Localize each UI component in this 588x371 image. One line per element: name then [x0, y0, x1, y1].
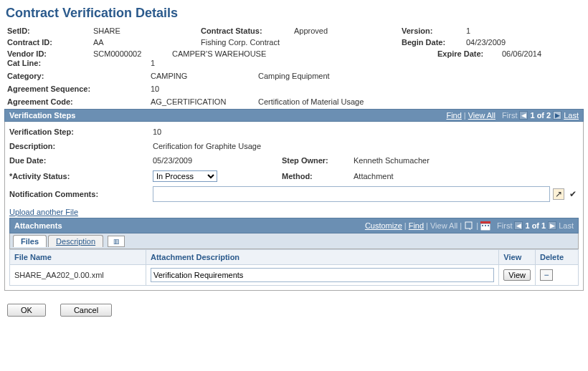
contract-id-value: AA — [93, 38, 201, 47]
col-view[interactable]: View — [499, 250, 536, 265]
setid-value: SHARE — [93, 26, 201, 35]
method-label: Method: — [282, 172, 354, 180]
zoom-icon[interactable] — [464, 220, 474, 231]
footer-buttons: OK Cancel — [4, 304, 584, 317]
spellcheck-icon[interactable]: ✔ — [567, 188, 579, 200]
expire-date-label: Expire Date: — [437, 49, 502, 58]
upload-file-link[interactable]: Upload another File — [9, 208, 78, 216]
attachments-bar: Attachments Customize | Find | View All … — [9, 218, 579, 233]
prev-arrow-icon: ◀ — [519, 111, 528, 120]
last-link[interactable]: Last — [564, 111, 579, 120]
download-icon[interactable] — [480, 221, 490, 231]
setid-label: SetID: — [7, 26, 93, 35]
verification-steps-nav: Find | View All First ◀ 1 of 2 ▶ Last — [446, 111, 579, 120]
agreement-code-label: Agreement Code: — [7, 97, 151, 106]
col-delete[interactable]: Delete — [536, 250, 579, 265]
svg-rect-1 — [480, 223, 490, 231]
step-owner-value: Kenneth Schumacher — [354, 156, 497, 165]
tab-description[interactable]: Description — [48, 235, 103, 247]
attach-find-link[interactable]: Find — [409, 221, 424, 230]
agreement-seq-label: Agreement Sequence: — [7, 85, 151, 93]
next-arrow-icon[interactable]: ▶ — [553, 111, 561, 120]
description-cell — [146, 265, 499, 286]
attach-last-link: Last — [559, 221, 574, 230]
verification-steps-bar: Verification Steps Find | View All First… — [4, 109, 584, 122]
begin-date-value: 04/23/2009 — [466, 38, 538, 47]
header-row-vendor: Vendor ID: SCM0000002 CAMPER'S WAREHOUSE… — [4, 49, 584, 58]
expand-icon[interactable]: ↗ — [553, 188, 564, 200]
delete-cell: − — [536, 265, 579, 286]
cat-line-label: Cat Line: — [7, 59, 151, 67]
due-date-value: 05/23/2009 — [153, 156, 282, 165]
category-value: CAMPING — [151, 72, 258, 80]
method-value: Attachment — [354, 172, 497, 180]
view-button[interactable]: View — [503, 269, 531, 281]
attachments-table: File Name Attachment Description View De… — [9, 249, 579, 286]
header-row-category: Category: CAMPING Camping Equipment — [4, 72, 584, 80]
step-value: 10 — [153, 127, 282, 136]
table-header-row: File Name Attachment Description View De… — [10, 250, 579, 265]
svg-rect-4 — [485, 225, 486, 226]
table-row: SHARE_AA202_0.00.xml View − — [10, 265, 579, 286]
col-attachment-description[interactable]: Attachment Description — [146, 250, 499, 265]
nav-sep: | — [464, 111, 466, 120]
attachments-tabs: Files Description ▥ — [9, 233, 579, 249]
find-link[interactable]: Find — [446, 111, 461, 120]
vendor-name-value: CAMPER'S WAREHOUSE — [172, 49, 437, 58]
step-label: Verification Step: — [9, 127, 153, 136]
view-all-link[interactable]: View All — [468, 111, 495, 120]
show-all-tabs-icon[interactable]: ▥ — [108, 236, 125, 247]
contract-name-value: Fishing Corp. Contract — [201, 38, 402, 47]
svg-rect-5 — [488, 225, 489, 226]
begin-date-label: Begin Date: — [402, 38, 466, 47]
notification-label: Notification Comments: — [9, 190, 150, 198]
step-description-label: Description: — [9, 142, 153, 150]
header-row-agreement-code: Agreement Code: AG_CERTIFICATION Certifi… — [4, 97, 584, 106]
expire-date-value: 06/06/2014 — [502, 49, 574, 58]
header-row-catline: Cat Line: 1 — [4, 59, 584, 67]
view-cell: View — [499, 265, 536, 286]
tab-files[interactable]: Files — [13, 235, 47, 247]
contract-status-label: Contract Status: — [201, 26, 294, 35]
cancel-button[interactable]: Cancel — [60, 304, 112, 317]
customize-link[interactable]: Customize — [365, 221, 402, 230]
ok-button[interactable]: OK — [7, 304, 46, 317]
agreement-code-desc-value: Certification of Material Usage — [258, 97, 445, 106]
activity-status-label: *Activity Status: — [9, 172, 153, 180]
category-desc-value: Camping Equipment — [258, 72, 445, 80]
vendor-id-label: Vendor ID: — [7, 49, 93, 58]
attachments-title: Attachments — [14, 221, 62, 230]
activity-status-select[interactable]: In Process — [153, 170, 217, 182]
attach-first-link: First — [497, 221, 512, 230]
attach-prev-arrow-icon: ◀ — [514, 221, 523, 230]
delete-button[interactable]: − — [540, 269, 553, 281]
step-owner-label: Step Owner: — [282, 156, 354, 165]
first-link: First — [502, 111, 517, 120]
header-row-1: SetID: SHARE Contract Status: Approved V… — [4, 26, 584, 35]
contract-status-value: Approved — [294, 26, 402, 35]
verification-steps-body: Verification Step: 10 Description: Cerif… — [4, 122, 584, 291]
col-file-name[interactable]: File Name — [10, 250, 146, 265]
attachment-description-input[interactable] — [151, 268, 494, 282]
category-label: Category: — [7, 72, 151, 80]
attach-nav-counter: 1 of 1 — [525, 221, 546, 230]
svg-rect-0 — [465, 222, 472, 228]
header-row-2: Contract ID: AA Fishing Corp. Contract B… — [4, 38, 584, 47]
svg-rect-2 — [480, 221, 490, 223]
agreement-code-value: AG_CERTIFICATION — [151, 97, 258, 106]
due-date-label: Due Date: — [9, 156, 153, 165]
contract-id-label: Contract ID: — [7, 38, 93, 47]
file-name-cell: SHARE_AA202_0.00.xml — [10, 265, 146, 286]
vendor-id-value: SCM0000002 — [93, 49, 172, 58]
page-title: Contract Verification Details — [6, 6, 584, 21]
svg-rect-3 — [482, 225, 483, 226]
version-value: 1 — [466, 26, 538, 35]
agreement-seq-value: 10 — [151, 85, 437, 93]
attach-view-all-link: View All — [430, 221, 457, 230]
attachments-nav: Customize | Find | View All | | First ◀ … — [365, 220, 574, 231]
notification-input[interactable] — [153, 186, 550, 202]
version-label: Version: — [402, 26, 466, 35]
notification-row: Notification Comments: ↗ ✔ — [9, 186, 579, 202]
activity-status-cell: In Process — [153, 170, 282, 182]
verification-steps-title: Verification Steps — [9, 111, 75, 120]
